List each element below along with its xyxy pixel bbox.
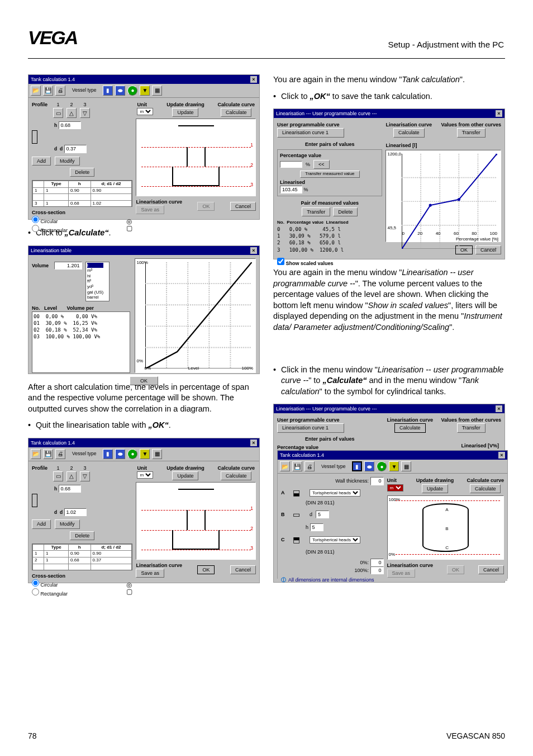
save-icon[interactable]: 💾 [43,449,53,459]
upc-select[interactable]: Linearisation curve 1 [277,128,344,137]
d-label: d [310,511,312,518]
transfer-button[interactable]: Transfer [457,128,486,137]
circular-radio[interactable] [32,579,39,587]
close-icon[interactable]: × [496,110,502,117]
print-icon[interactable]: 🖨 [304,461,315,471]
unit-dropdown-open[interactable]: l m³ hl ft³ yd³ gal (US) barrel [85,262,110,301]
vessel-cyl-v-icon[interactable]: ⬬ [115,449,125,459]
p0-input[interactable]: 0 [370,559,384,566]
lin-input[interactable]: 103.45 [280,186,302,193]
modify-button[interactable]: Modify [55,157,80,166]
profile-shape-2[interactable]: △ [66,471,77,481]
vessel-table-icon[interactable]: ▦ [401,461,411,471]
vessel-type-label: Vessel type [72,451,96,457]
cancel-button[interactable]: Cancel [230,565,256,574]
no-header: No. [32,305,40,311]
p100-input[interactable]: 0 [370,566,384,574]
calculate-button[interactable]: Calculate [221,471,252,480]
unit-select[interactable]: m [137,108,153,115]
close-icon[interactable]: × [498,452,505,459]
saveas-button: Save as [136,205,164,214]
volume-label: Volume [32,263,49,268]
heads-c-select[interactable]: Torispherical heads [310,536,360,544]
transfer-measured-button[interactable]: Transfer measured value [300,171,360,178]
win-title: Tank calculation 1.4 [280,452,324,459]
profile-shape-1[interactable]: ▭ [53,108,63,118]
h-input[interactable]: 0.68 [59,485,81,493]
vessel-cone-icon[interactable]: ▼ [140,449,150,459]
volume-input[interactable]: 1.201 [54,262,82,270]
profile-shape-2[interactable]: △ [66,108,77,118]
h-input[interactable]: 0.68 [59,121,81,129]
print-icon[interactable]: 🖨 [55,86,65,96]
add-button[interactable]: Add [32,157,51,166]
vessel-table-icon[interactable]: ▦ [152,449,162,459]
close-icon[interactable]: × [250,247,257,254]
ok-button: OK [197,202,215,211]
calculate-button[interactable]: Calculate [221,108,252,117]
print-icon[interactable]: 🖨 [55,449,65,459]
vessel-cyl-v-icon[interactable]: ⬬ [115,86,125,96]
vessel-cyl-h-icon[interactable]: ▮ [103,449,113,459]
saveas-button[interactable]: Save as [136,569,164,578]
vessel-cone-icon[interactable]: ▼ [389,461,399,471]
pv-input[interactable] [280,161,302,168]
vessel-table-icon[interactable]: ▦ [152,86,162,96]
cancel-button[interactable]: Cancel [478,565,504,574]
upc-select[interactable]: Linearisation curve 1 [277,423,344,432]
vessel-cyl-h-icon[interactable]: ▮ [103,86,113,96]
rectangular-radio[interactable] [32,225,39,232]
b-h-input[interactable]: 5 [310,523,323,531]
delete-button[interactable]: Delete [333,207,358,216]
b-d-input[interactable]: 5 [316,511,329,518]
calculate-button[interactable]: Calculate [470,484,501,493]
close-icon[interactable]: × [250,440,257,446]
vessel-sphere-icon[interactable]: ● [127,449,137,459]
wall-thickness-input[interactable]: 0 [370,477,384,485]
d-input[interactable]: 0.37 [64,145,87,153]
profile-shape-1[interactable]: ▭ [53,471,63,481]
profile-shape-3[interactable]: ▽ [80,108,90,118]
ok-button[interactable]: OK [197,565,215,574]
win-title: Tank calculation 1.4 [31,440,75,446]
open-icon[interactable]: 📂 [280,461,290,471]
level-header: Level [44,305,57,311]
delete-button[interactable]: Delete [70,168,94,177]
modify-button[interactable]: Modify [55,519,80,528]
vessel-sphere-icon[interactable]: ● [127,86,137,96]
ok-button[interactable]: OK [130,376,158,385]
transfer-button[interactable]: Transfer [457,423,486,432]
rectangular-radio[interactable] [32,588,39,596]
vessel-cyl-h-icon[interactable]: ▮ [352,461,362,471]
heads-a-select[interactable]: Torispherical heads [310,489,360,497]
vessel-cyl-v-icon[interactable]: ⬬ [364,461,374,471]
vessel-cone-icon[interactable]: ▼ [140,86,150,96]
calculate-button[interactable]: Calculate [394,423,426,432]
circular-radio[interactable] [32,216,39,223]
add-button[interactable]: Add [32,519,51,528]
save-icon[interactable]: 💾 [43,86,53,96]
profile-shape-3[interactable]: ▽ [80,471,90,481]
screenshot-tankcalc-2: Tank calculation 1.4× 📂 💾 🖨 Vessel type … [28,438,260,583]
update-button[interactable]: Update [422,484,448,493]
close-icon[interactable]: × [250,76,257,83]
calculate-button[interactable]: Calculate [393,128,425,137]
delete-button[interactable]: Delete [70,531,94,540]
open-icon[interactable]: 📂 [31,86,41,96]
unit-select[interactable]: m [137,471,153,479]
transfer-button[interactable]: Transfer [302,207,330,216]
update-button[interactable]: Update [172,471,198,480]
text: " to [308,376,322,385]
show-scaled-checkbox[interactable] [277,258,284,265]
close-icon[interactable]: × [496,405,502,412]
save-icon[interactable]: 💾 [292,461,302,471]
cancel-button[interactable]: Cancel [230,202,256,211]
section-b: B [281,511,285,518]
arrow-button[interactable]: << [313,160,330,169]
profile-3-num: 3 [80,465,90,471]
open-icon[interactable]: 📂 [31,449,41,459]
d-input[interactable]: 1.02 [64,508,87,516]
unit-select[interactable]: m [387,484,403,492]
update-button[interactable]: Update [172,108,198,117]
vessel-sphere-icon[interactable]: ● [377,461,387,471]
